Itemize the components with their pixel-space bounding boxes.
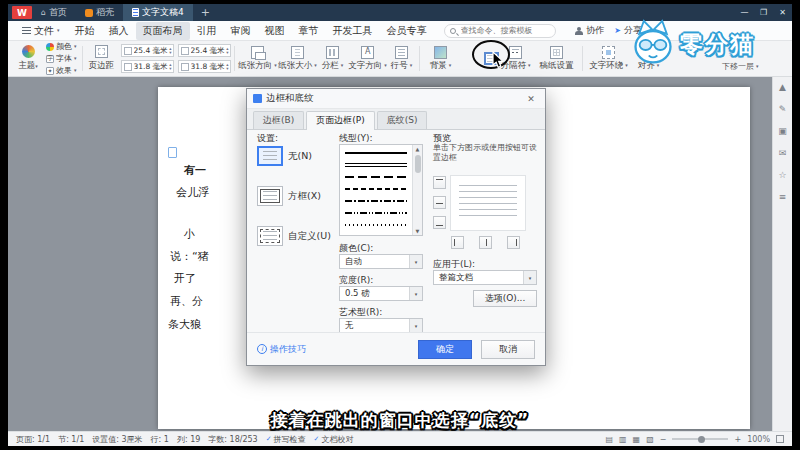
background-button[interactable]: 背景▾ [423, 43, 459, 74]
spin-down-icon[interactable]: ▾ [169, 51, 171, 55]
dialog-titlebar[interactable]: 边框和底纹 ✕ [247, 89, 545, 109]
line-style-option-double[interactable] [340, 159, 412, 171]
zoom-level[interactable]: 100% [747, 435, 770, 444]
middle-border-button[interactable] [433, 196, 446, 209]
menu-start[interactable]: 开始 [68, 22, 102, 40]
tab-borders[interactable]: 边框(B) [253, 111, 304, 129]
zoom-out-button[interactable]: − [660, 435, 667, 444]
menu-file[interactable]: 文件 ▾ [14, 24, 68, 38]
scroll-up-icon[interactable]: ▲ [416, 145, 420, 153]
spellcheck-toggle[interactable]: ✓ 拼写检查 [266, 434, 306, 445]
right-border-button[interactable] [507, 236, 520, 249]
setting-box[interactable]: 方框(X) [257, 186, 321, 206]
info-icon: i [257, 344, 267, 354]
color-dropdown[interactable]: 自动 ▾ [339, 254, 423, 269]
zoom-in-button[interactable]: + [734, 435, 741, 444]
margin-left-spinner[interactable]: 31.8 毫米 ▴▾ [121, 60, 174, 73]
zoom-slider[interactable] [672, 438, 728, 440]
menu-view[interactable]: 视图 [258, 22, 292, 40]
new-tab-button[interactable]: + [193, 6, 218, 19]
tab-docer[interactable]: 稻壳 [76, 4, 123, 21]
chevron-down-icon[interactable]: ▾ [409, 255, 422, 268]
panel-icon[interactable]: ▣ [778, 127, 787, 136]
chevron-down-icon[interactable]: ▾ [409, 319, 422, 332]
favorite-icon[interactable]: ☆ [778, 171, 786, 180]
line-style-option-dash[interactable] [340, 183, 412, 195]
view-mode-3-icon[interactable]: ▦ [633, 435, 641, 444]
fullscreen-icon[interactable] [776, 435, 784, 443]
scroll-up-icon[interactable]: ▲ [779, 83, 786, 92]
paper-setup-button[interactable]: 稿纸设置 [535, 43, 579, 74]
options-button[interactable]: 选项(O)... [473, 290, 537, 307]
tab-home[interactable]: ⌂ 首页 [32, 4, 76, 21]
ok-button[interactable]: 确定 [418, 340, 472, 359]
setting-none[interactable]: 无(N) [257, 146, 312, 166]
margin-right-spinner[interactable]: 31.8 毫米 ▴▾ [178, 60, 231, 73]
collaborate-button[interactable]: 协作 [575, 24, 604, 37]
scrollbar-thumb[interactable] [415, 155, 421, 173]
top-border-button[interactable] [433, 176, 446, 189]
spin-down-icon[interactable]: ▾ [169, 67, 171, 71]
chevron-down-icon[interactable]: ▾ [409, 287, 422, 300]
view-mode-4-icon[interactable]: ▧ [646, 435, 654, 444]
border-preview[interactable] [451, 176, 525, 230]
fonts-button[interactable]: 字 字体 ▾ [44, 53, 79, 64]
line-style-list[interactable]: ▲ ▼ [339, 144, 423, 236]
command-search[interactable] [444, 24, 556, 38]
menu-insert[interactable]: 插入 [102, 22, 136, 40]
view-mode-2-icon[interactable]: ▥ [619, 435, 627, 444]
line-style-option-solid[interactable] [340, 147, 412, 159]
chevron-down-icon[interactable]: ▾ [523, 271, 536, 284]
proofread-toggle[interactable]: ✓ 文档校对 [314, 434, 354, 445]
margins-button[interactable]: 页边距 [86, 43, 118, 74]
left-border-button[interactable] [451, 236, 464, 249]
menu-references[interactable]: 引用 [190, 22, 224, 40]
margin-top-spinner[interactable]: 25.4 毫米 ▴▾ [121, 44, 174, 57]
more-tools-icon[interactable]: ≡ [779, 193, 787, 202]
dialog-footer: i 操作技巧 确定 取消 [247, 332, 545, 365]
line-numbers-button[interactable]: 行号▾ [388, 43, 416, 74]
view-mode-1-icon[interactable]: ▤ [605, 435, 613, 444]
effects-button[interactable]: ✦ 效果 ▾ [44, 65, 79, 76]
width-dropdown[interactable]: 0.5 磅 ▾ [339, 286, 423, 301]
tips-link[interactable]: i 操作技巧 [257, 343, 306, 356]
tab-shading[interactable]: 底纹(S) [377, 111, 428, 129]
spin-down-icon[interactable]: ▾ [226, 51, 228, 55]
line-style-option-dash-dot[interactable] [340, 195, 412, 207]
text-direction-button[interactable]: 文字方向▾ [348, 43, 388, 74]
menu-member[interactable]: 会员专享 [380, 22, 434, 40]
wps-logo[interactable]: W [12, 6, 32, 19]
line-style-scrollbar[interactable]: ▲ ▼ [412, 145, 422, 235]
vertical-border-button[interactable] [479, 236, 492, 249]
line-style-option-dash-dot-dot[interactable] [340, 207, 412, 219]
theme-group: 主题▾ 颜色 ▾ 字 字体 ▾ ✦ 效果 [12, 43, 79, 74]
orientation-button[interactable]: 纸张方向▾ [238, 43, 278, 74]
edit-tool-icon[interactable]: ✎ [779, 105, 787, 114]
apply-to-dropdown[interactable]: 整篇文档 ▾ [433, 270, 537, 285]
theme-button[interactable]: 主题▾ [12, 43, 44, 74]
columns-button[interactable]: 分栏▾ [318, 43, 348, 74]
setting-custom[interactable]: 自定义(U) [257, 226, 331, 246]
cancel-button[interactable]: 取消 [481, 340, 535, 359]
menu-section[interactable]: 章节 [292, 22, 326, 40]
line-style-option-long-dash[interactable] [340, 171, 412, 183]
menu-dev-tools[interactable]: 开发工具 [326, 22, 380, 40]
ribbon-separator [419, 46, 420, 71]
zoom-slider-knob[interactable] [698, 436, 705, 443]
spin-down-icon[interactable]: ▾ [226, 67, 228, 71]
paper-size-button[interactable]: 纸张大小▾ [278, 43, 318, 74]
art-dropdown[interactable]: 无 ▾ [339, 318, 423, 333]
text-wrap-button[interactable]: 文字环绕▾ [586, 43, 632, 74]
tab-document[interactable]: 文字文稿4 [123, 4, 193, 21]
margin-bottom-spinner[interactable]: 25.4 毫米 ▴▾ [178, 44, 231, 57]
bottom-border-button[interactable] [433, 216, 446, 229]
colors-button[interactable]: 颜色 ▾ [44, 41, 79, 52]
dialog-close-button[interactable]: ✕ [523, 94, 539, 104]
line-style-option-dotted[interactable] [340, 219, 412, 231]
scroll-down-icon[interactable]: ▼ [416, 227, 420, 235]
tab-page-border[interactable]: 页面边框(P) [306, 111, 374, 130]
menu-page-layout[interactable]: 页面布局 [136, 22, 190, 40]
menu-review[interactable]: 审阅 [224, 22, 258, 40]
comment-icon[interactable]: ✉ [779, 149, 787, 158]
search-input[interactable] [459, 25, 547, 36]
